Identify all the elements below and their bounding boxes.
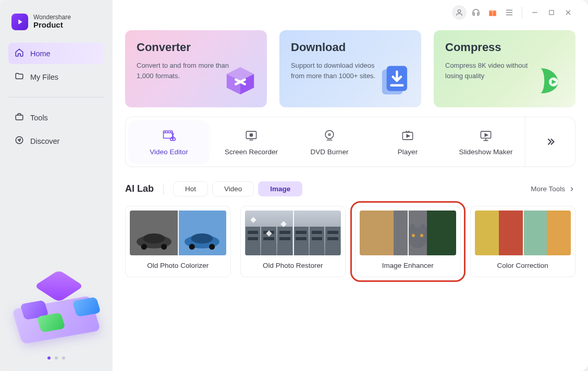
toolbox-icon: [15, 112, 24, 123]
tool-screen-recorder[interactable]: Screen Recorder: [212, 117, 290, 166]
svg-rect-5: [492, 10, 493, 16]
sidebar-item-myfiles[interactable]: My Files: [8, 66, 104, 88]
sidebar-pager[interactable]: [8, 356, 104, 360]
card-image-enhancer[interactable]: Image Enhancer: [355, 206, 461, 277]
card-thumb: [475, 211, 571, 255]
svg-point-22: [161, 244, 167, 250]
main-content: Converter Convert to and from more than …: [113, 0, 588, 371]
card-old-photo-colorizer[interactable]: Old Photo Colorizer: [125, 206, 231, 277]
svg-point-14: [250, 133, 252, 136]
svg-point-26: [209, 244, 215, 250]
brand: Wondershare Product: [11, 14, 101, 30]
gift-icon[interactable]: [485, 5, 500, 20]
promo-download[interactable]: Download Support to download videos from…: [279, 30, 421, 107]
maximize-button[interactable]: [544, 5, 559, 20]
sidebar-item-home[interactable]: Home: [8, 43, 104, 64]
ailab-title: AI Lab: [125, 183, 154, 194]
topbar: [125, 0, 575, 25]
card-label: Color Correction: [471, 255, 575, 277]
svg-rect-6: [549, 10, 554, 15]
svg-point-21: [141, 244, 146, 250]
promo-desc: Compress 8K video without losing quality: [445, 60, 539, 81]
svg-point-25: [189, 244, 195, 250]
tool-label: Player: [398, 148, 418, 156]
close-button[interactable]: [561, 5, 575, 20]
topbar-divider: [522, 7, 522, 18]
sidebar-item-label: My Files: [30, 73, 58, 81]
chevron-right-icon: [568, 186, 575, 193]
tool-player[interactable]: Player: [369, 117, 447, 166]
brand-line2: Product: [33, 21, 71, 30]
card-label: Old Photo Colorizer: [126, 255, 230, 277]
promo-desc: Support to download videos from more tha…: [291, 60, 385, 81]
sidebar-item-discover[interactable]: Discover: [8, 130, 104, 152]
tool-slideshow-maker[interactable]: Slideshow Maker: [447, 117, 525, 166]
compress-icon: [531, 63, 567, 101]
sidebar-item-tools[interactable]: Tools: [8, 107, 104, 128]
card-old-photo-restorer[interactable]: Old Photo Restorer: [240, 206, 346, 277]
card-thumb: [360, 211, 456, 255]
sidebar-item-label: Home: [30, 50, 51, 58]
svg-point-24: [191, 233, 213, 243]
home-icon: [15, 48, 24, 59]
sidebar-nav: Home My Files Tools Discover: [8, 43, 104, 152]
promo-compress[interactable]: Compress Compress 8K video without losin…: [434, 30, 575, 107]
card-label: Old Photo Restorer: [241, 255, 346, 277]
svg-point-2: [458, 10, 460, 13]
ailab-divider: [163, 183, 164, 195]
sidebar-item-label: Discover: [30, 137, 59, 145]
svg-point-1: [16, 137, 23, 144]
pager-dot[interactable]: [47, 356, 51, 360]
compass-icon: [15, 135, 24, 146]
ailab-cards: Old Photo Colorizer Old Photo Restorer I…: [125, 206, 575, 277]
more-tools-label: More Tools: [531, 185, 565, 193]
sidebar: Wondershare Product Home My Files: [0, 0, 113, 371]
tool-label: Slideshow Maker: [459, 148, 513, 156]
promo-title: Download: [291, 41, 410, 54]
support-icon[interactable]: [469, 5, 483, 20]
ailab-tabs: Hot Video Image: [173, 181, 302, 196]
svg-point-15: [325, 130, 334, 139]
sidebar-divider: [8, 97, 104, 97]
tool-dvd-burner[interactable]: DVD Burner: [290, 117, 369, 166]
folder-icon: [15, 71, 24, 82]
tool-label: Video Editor: [150, 148, 188, 156]
promo-converter[interactable]: Converter Convert to and from more than …: [125, 30, 267, 107]
tool-label: Screen Recorder: [225, 148, 278, 156]
svg-point-27: [412, 234, 415, 237]
download-icon: [376, 63, 413, 101]
ailab-tab-hot[interactable]: Hot: [173, 181, 208, 196]
user-icon[interactable]: [452, 5, 467, 20]
card-thumb: [245, 211, 341, 255]
brand-logo-icon: [11, 14, 28, 30]
svg-point-20: [143, 233, 165, 243]
ailab-tab-video[interactable]: Video: [212, 181, 254, 196]
promo-title: Compress: [445, 41, 564, 54]
card-label: Image Enhancer: [356, 255, 460, 277]
pager-dot[interactable]: [55, 356, 58, 360]
app-window: Wondershare Product Home My Files: [0, 0, 588, 371]
tools-more-button[interactable]: [525, 117, 575, 166]
menu-icon[interactable]: [502, 5, 517, 20]
card-thumb: [130, 211, 226, 255]
promo-desc: Convert to and from more than 1,000 form…: [137, 60, 230, 81]
converter-icon: [222, 63, 259, 101]
pager-dot[interactable]: [62, 356, 65, 360]
brand-text: Wondershare Product: [33, 14, 71, 30]
sidebar-item-label: Tools: [30, 114, 48, 122]
ailab-tab-image[interactable]: Image: [258, 181, 302, 196]
tool-video-editor[interactable]: Video Editor: [130, 121, 208, 162]
promo-title: Converter: [137, 41, 255, 54]
svg-point-16: [328, 133, 330, 135]
promo-row: Converter Convert to and from more than …: [125, 30, 575, 107]
more-tools-link[interactable]: More Tools: [531, 185, 575, 193]
svg-rect-0: [16, 115, 23, 120]
tools-row: Video Editor Screen Recorder DVD Burner …: [125, 117, 575, 167]
ailab-header: AI Lab Hot Video Image More Tools: [125, 181, 575, 196]
tool-label: DVD Burner: [311, 148, 349, 156]
card-color-correction[interactable]: Color Correction: [470, 206, 576, 277]
sidebar-illustration: [8, 249, 104, 353]
svg-point-28: [420, 234, 423, 237]
minimize-button[interactable]: [528, 5, 542, 20]
